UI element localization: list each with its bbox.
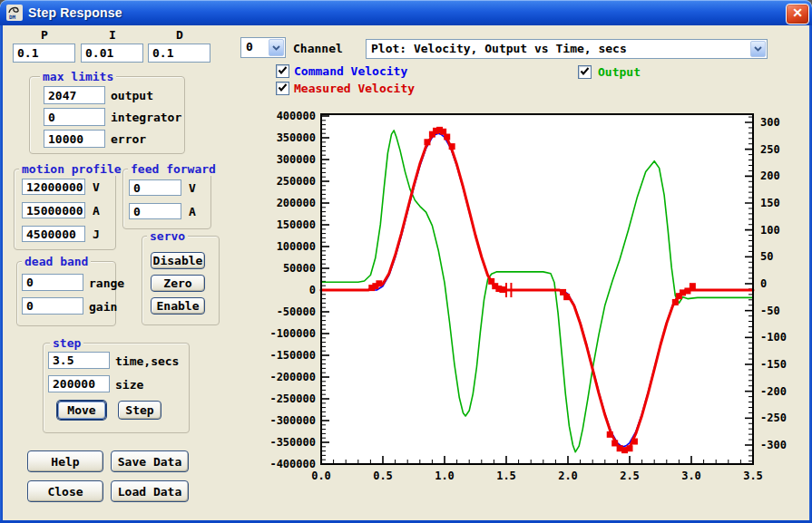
deadband-gain-field[interactable] (22, 297, 83, 315)
step-response-window: DM Step Response ✕ P I D 0 Channel Plot:… (0, 0, 812, 523)
load-data-button[interactable]: Load Data (111, 480, 189, 502)
app-icon[interactable]: DM (6, 5, 23, 21)
output-checkbox[interactable] (578, 65, 592, 79)
plot-select[interactable]: Plot: Velocity, Output vs Time, secs (366, 39, 768, 59)
window-title: Step Response (28, 5, 122, 20)
svg-text:200000: 200000 (277, 197, 316, 209)
i-field[interactable] (81, 44, 143, 63)
profile-j-field[interactable] (22, 226, 85, 242)
svg-text:-250: -250 (760, 412, 787, 424)
step-time-label: time,secs (115, 354, 179, 368)
feed-forward-title: feed forward (128, 162, 219, 176)
svg-text:-100000: -100000 (269, 327, 316, 340)
svg-text:1.5: 1.5 (496, 470, 516, 482)
servo-zero-button[interactable]: Zero (151, 275, 205, 292)
svg-text:150: 150 (760, 197, 780, 209)
svg-text:50: 50 (760, 250, 773, 263)
step-size-field[interactable] (48, 375, 110, 392)
d-field[interactable] (148, 44, 210, 63)
svg-text:-250000: -250000 (269, 392, 316, 405)
measured-velocity-checkbox[interactable] (276, 82, 289, 95)
svg-text:-200000: -200000 (269, 371, 316, 383)
svg-text:-50000: -50000 (277, 305, 316, 318)
output-label: Output (598, 65, 641, 79)
chevron-down-icon[interactable] (750, 41, 766, 57)
max-integrator-label: integrator (111, 111, 181, 124)
svg-text:0: 0 (760, 277, 767, 290)
profile-v-field[interactable] (22, 179, 85, 195)
max-error-field[interactable] (44, 130, 105, 148)
ff-a-label: A (189, 205, 196, 218)
chevron-down-icon[interactable] (269, 39, 284, 56)
window-border-left (0, 25, 3, 520)
profile-a-label: A (93, 204, 100, 218)
ff-v-label: V (189, 181, 196, 195)
svg-text:-300: -300 (760, 439, 787, 451)
deadband-range-label: range (89, 276, 124, 290)
step-title: step (50, 336, 83, 350)
svg-text:250: 250 (760, 143, 780, 156)
help-button[interactable]: Help (27, 450, 103, 472)
step-button[interactable]: Step (118, 401, 161, 420)
command-velocity-checkbox[interactable] (276, 64, 289, 78)
p-label: P (41, 28, 48, 42)
servo-disable-button[interactable]: Disable (151, 252, 205, 269)
titlebar[interactable]: DM Step Response ✕ (0, 0, 812, 25)
check-icon (277, 82, 289, 93)
svg-text:-150: -150 (760, 358, 787, 371)
max-output-label: output (111, 89, 153, 102)
svg-text:0: 0 (309, 284, 316, 296)
svg-text:2.5: 2.5 (620, 470, 640, 482)
deadband-range-field[interactable] (22, 274, 83, 291)
servo-enable-button[interactable]: Enable (151, 297, 205, 315)
ff-a-field[interactable] (129, 203, 181, 219)
svg-text:350000: 350000 (277, 131, 316, 144)
close-button[interactable]: Close (27, 480, 103, 502)
svg-text:1.0: 1.0 (435, 470, 455, 482)
i-label: I (109, 28, 116, 42)
check-icon (579, 65, 591, 77)
plot-select-value: Plot: Velocity, Output vs Time, secs (371, 42, 627, 55)
svg-text:-150000: -150000 (269, 349, 316, 362)
measured-velocity-label: Measured Velocity (294, 82, 415, 95)
step-response-plot[interactable]: -400000-350000-300000-250000-200000-1500… (261, 100, 809, 499)
step-time-field[interactable] (48, 352, 110, 369)
channel-value: 0 (246, 40, 253, 53)
ff-v-field[interactable] (129, 179, 181, 196)
profile-j-label: J (93, 228, 100, 241)
close-icon[interactable]: ✕ (786, 4, 809, 24)
channel-select[interactable]: 0 (240, 37, 286, 58)
dead-band-title: dead band (22, 255, 91, 268)
svg-text:DM: DM (9, 14, 16, 20)
save-data-button[interactable]: Save Data (111, 450, 189, 472)
check-icon (277, 64, 289, 76)
svg-text:200: 200 (760, 169, 780, 182)
motion-profile-title: motion profile (19, 162, 124, 176)
svg-text:100000: 100000 (277, 240, 316, 253)
step-size-label: size (115, 378, 143, 392)
max-error-label: error (111, 132, 146, 146)
svg-text:300000: 300000 (277, 153, 316, 166)
svg-text:3.0: 3.0 (681, 470, 701, 482)
svg-text:150000: 150000 (277, 218, 316, 231)
max-integrator-field[interactable] (44, 108, 105, 126)
move-button[interactable]: Move (57, 401, 106, 420)
deadband-gain-label: gain (89, 300, 117, 314)
dead-band-group (16, 261, 116, 326)
feed-forward-group (122, 169, 211, 229)
servo-title: servo (147, 229, 188, 243)
profile-a-field[interactable] (22, 202, 85, 218)
svg-text:-100: -100 (760, 331, 787, 344)
svg-text:0.5: 0.5 (373, 470, 393, 482)
svg-text:0.0: 0.0 (311, 470, 331, 482)
channel-label: Channel (293, 42, 343, 55)
svg-text:2.0: 2.0 (558, 470, 578, 482)
svg-text:400000: 400000 (277, 110, 316, 122)
d-label: D (176, 28, 183, 42)
max-output-field[interactable] (44, 86, 105, 104)
svg-text:-350000: -350000 (269, 436, 316, 449)
svg-text:3.5: 3.5 (743, 470, 763, 482)
max-limits-title: max limits (40, 70, 116, 83)
command-velocity-label: Command Velocity (294, 64, 407, 78)
p-field[interactable] (13, 44, 75, 63)
